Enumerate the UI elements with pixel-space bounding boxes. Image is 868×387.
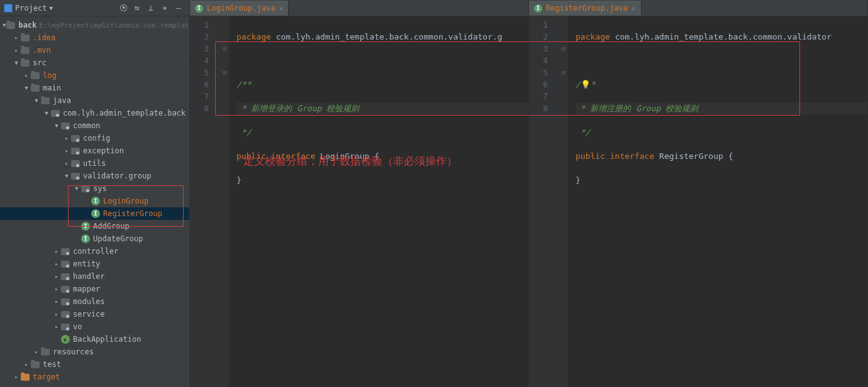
interface-icon: I — [195, 4, 203, 13]
close-tab-icon[interactable]: × — [632, 4, 636, 13]
editor-right-pane: I RegisterGroup.java × 12345678 ⊟⊟ packa… — [529, 0, 868, 387]
fold-gutter: ⊟⊟ — [220, 16, 229, 387]
bulb-icon[interactable]: 💡 — [581, 80, 591, 89]
tree-item-sys[interactable]: ▼sys — [0, 182, 189, 195]
tree-item-registergroup[interactable]: ▸IRegisterGroup — [0, 207, 189, 220]
tree-item-mapper[interactable]: ▸mapper — [0, 283, 189, 295]
collapse-icon[interactable]: ⟂ — [146, 3, 156, 13]
tree-item-idea[interactable]: ▸.idea — [0, 31, 189, 44]
editor-left[interactable]: 12345678 ⊟⊟ package com.lyh.admin_templa… — [190, 16, 528, 387]
close-tab-icon[interactable]: × — [279, 4, 283, 13]
tree-root[interactable]: ▼ back E:\myProject\myGit\admin-vue-temp… — [0, 19, 189, 31]
tab-registergroup[interactable]: I RegisterGroup.java × — [529, 1, 642, 16]
line-gutter: 12345678 — [190, 16, 220, 387]
tree-item-utils[interactable]: ▸utils — [0, 157, 189, 170]
editor-left-pane: I LoginGroup.java × 12345678 ⊟⊟ package … — [190, 0, 529, 387]
interface-icon: I — [534, 4, 542, 13]
root-path: E:\myProject\myGit\admin-vue-template — [39, 21, 189, 30]
split-icon[interactable]: ⇆ — [132, 3, 142, 13]
tabbar-right: I RegisterGroup.java × — [529, 0, 867, 16]
tree-item-validatorgroup[interactable]: ▼validator.group — [0, 170, 189, 182]
tree-item-backapplication[interactable]: ▸◐BackApplication — [0, 333, 189, 346]
project-sidebar: Project ▼ ⦿ ⇆ ⟂ ✶ — ▼ back E:\myProject\… — [0, 0, 190, 387]
tree-item-target[interactable]: ▸target — [0, 371, 189, 383]
tree-item-java[interactable]: ▼java — [0, 94, 189, 107]
tree-item-logingroup[interactable]: ▸ILoginGroup — [0, 195, 189, 207]
tree-item-controller[interactable]: ▸controller — [0, 245, 189, 258]
tab-label: LoginGroup.java — [207, 4, 275, 13]
project-tree: ▼ back E:\myProject\myGit\admin-vue-temp… — [0, 16, 189, 383]
tree-item-log[interactable]: ▸log — [0, 69, 189, 82]
gear-icon[interactable]: ✶ — [160, 3, 170, 13]
tree-item-service[interactable]: ▸service — [0, 308, 189, 320]
code-left[interactable]: package com.lyh.admin_template.back.comm… — [229, 16, 528, 387]
tree-item-config[interactable]: ▸config — [0, 132, 189, 144]
project-header: Project ▼ ⦿ ⇆ ⟂ ✶ — — [0, 0, 189, 16]
project-label[interactable]: Project — [15, 4, 47, 13]
tabbar-left: I LoginGroup.java × — [190, 0, 528, 16]
tree-item-pkgroot[interactable]: ▼com.lyh.admin_template.back — [0, 107, 189, 119]
project-dropdown-icon[interactable]: ▼ — [50, 5, 53, 11]
tree-item-updategroup[interactable]: ▸IUpdateGroup — [0, 232, 189, 245]
tree-item-exception[interactable]: ▸exception — [0, 144, 189, 157]
tree-item-mvn[interactable]: ▸.mvn — [0, 44, 189, 57]
code-right[interactable]: package com.lyh.admin_template.back.comm… — [568, 16, 867, 387]
tree-item-vo[interactable]: ▸vo — [0, 320, 189, 333]
tree-item-common[interactable]: ▼common — [0, 119, 189, 132]
tree-item-entity[interactable]: ▸entity — [0, 258, 189, 270]
tree-item-test[interactable]: ▸test — [0, 358, 189, 371]
editor-area: I LoginGroup.java × 12345678 ⊟⊟ package … — [190, 0, 868, 387]
project-icon — [4, 4, 13, 13]
editor-right[interactable]: 12345678 ⊟⊟ package com.lyh.admin_templa… — [529, 16, 867, 387]
tree-item-handler[interactable]: ▸handler — [0, 270, 189, 283]
tree-item-main[interactable]: ▼main — [0, 82, 189, 94]
hide-icon[interactable]: — — [174, 3, 184, 13]
tree-item-src[interactable]: ▼src — [0, 57, 189, 69]
line-gutter: 12345678 — [529, 16, 559, 387]
fold-gutter: ⊟⊟ — [559, 16, 568, 387]
tree-item-resources[interactable]: ▸resources — [0, 346, 189, 358]
tab-label: RegisterGroup.java — [546, 4, 628, 13]
tab-logingroup[interactable]: I LoginGroup.java × — [190, 1, 289, 16]
tree-item-addgroup[interactable]: ▸IAddGroup — [0, 220, 189, 232]
tree-item-modules[interactable]: ▸modules — [0, 295, 189, 308]
root-name: back — [18, 21, 36, 30]
target-icon[interactable]: ⦿ — [118, 3, 128, 13]
